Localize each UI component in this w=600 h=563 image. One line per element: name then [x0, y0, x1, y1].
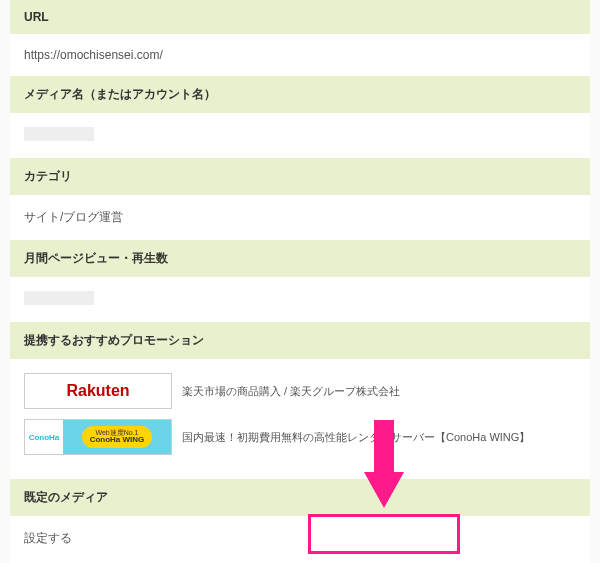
rakuten-logo: Rakuten	[66, 382, 129, 400]
rakuten-banner[interactable]: Rakuten	[24, 373, 172, 409]
section-header-default-media: 既定のメディア	[10, 479, 590, 516]
default-media-value: 設定する	[10, 516, 590, 561]
form-container: URL https://omochisensei.com/ メディア名（またはア…	[10, 0, 590, 563]
section-header-url: URL	[10, 0, 590, 34]
conoha-logo: ConoHa	[25, 420, 63, 454]
pageviews-value	[10, 277, 590, 322]
promo-desc: 楽天市場の商品購入 / 楽天グループ株式会社	[182, 384, 400, 399]
section-header-promotions: 提携するおすすめプロモーション	[10, 322, 590, 359]
promo-list: Rakuten 楽天市場の商品購入 / 楽天グループ株式会社 ConoHa We…	[10, 359, 590, 479]
promo-desc: 国内最速！初期費用無料の高性能レンタルサーバー【ConoHa WING】	[182, 430, 530, 445]
conoha-badge: Web速度No.1 ConoHa WING	[82, 426, 153, 448]
url-value: https://omochisensei.com/	[10, 34, 590, 76]
promo-item-rakuten: Rakuten 楽天市場の商品購入 / 楽天グループ株式会社	[24, 373, 576, 409]
promo-item-conoha: ConoHa Web速度No.1 ConoHa WING 国内最速！初期費用無料…	[24, 419, 576, 455]
section-header-media-name: メディア名（またはアカウント名）	[10, 76, 590, 113]
section-header-category: カテゴリ	[10, 158, 590, 195]
redacted-block	[24, 127, 94, 141]
conoha-banner[interactable]: ConoHa Web速度No.1 ConoHa WING	[24, 419, 172, 455]
redacted-block	[24, 291, 94, 305]
media-name-value	[10, 113, 590, 158]
category-value: サイト/ブログ運営	[10, 195, 590, 240]
section-header-pageviews: 月間ページビュー・再生数	[10, 240, 590, 277]
